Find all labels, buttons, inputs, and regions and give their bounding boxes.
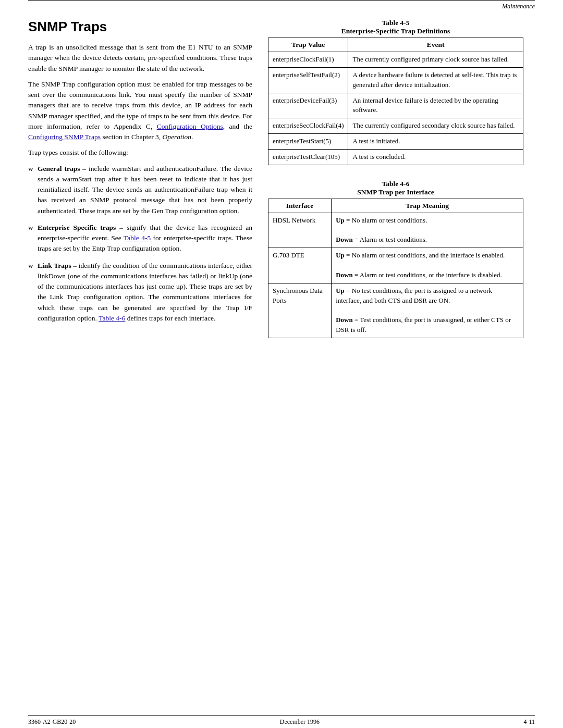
table46: Interface Trap Meaning HDSL Network Up =… [268,199,523,338]
trap-type-general: General traps – include warmStart and au… [28,164,252,216]
down-text-1: = Alarm or test conditions. [353,236,427,243]
trap-event-1: The currently configured primary clock s… [348,52,523,68]
table46-num: Table 4-6 [268,180,523,188]
trap-value-2: enterpriseSelfTestFail(2) [268,67,348,93]
table-row: Synchronous Data Ports Up = No test cond… [268,283,523,338]
up-label-3: Up [336,287,345,294]
footer-bar: 3360-A2-GB20-20 December 1996 4-11 [0,716,563,728]
up-label-2: Up [336,251,345,259]
trap-event-4: The currently configured secondary clock… [348,118,523,134]
table46-caption: Table 4-6 SNMP Trap per Interface [268,180,523,196]
table-row: enterpriseClockFail(1) The currently con… [268,52,523,68]
trap-type-enterprise: Enterprise Specific traps – signify that… [28,223,252,254]
trap-event-3: An internal device failure is detected b… [348,93,523,118]
trap-event-2: A device hardware failure is detected at… [348,67,523,93]
table45: Trap Value Event enterpriseClockFail(1) … [268,38,523,165]
intro-para-3: Trap types consist of the following: [28,147,252,158]
page: Maintenance SNMP Traps A trap is an unso… [0,0,563,728]
header-section: Maintenance [502,3,535,10]
trap-meaning-1: Up = No alarm or test conditions. Down =… [332,213,523,248]
table45-caption: Table 4-5 Enterprise-Specific Trap Defin… [268,19,523,35]
trap-value-4: enterpriseSecClockFail(4) [268,118,348,134]
page-title: SNMP Traps [28,19,252,35]
table46-title: SNMP Trap per Interface [268,188,523,196]
intro-para-1: A trap is an unsolicited message that is… [28,42,252,74]
trap-general-label: General traps [38,165,80,172]
trap-link-label: Link Traps [38,262,71,269]
table46-col2-header: Trap Meaning [332,199,523,213]
configuring-snmp-link[interactable]: Configuring SNMP Traps [28,133,101,141]
up-text-2: = No alarm or test conditions, and the i… [345,251,505,259]
down-label-3: Down [336,316,353,324]
trap-value-3: enterpriseDeviceFail(3) [268,93,348,118]
trap-meaning-3: Up = No test conditions, the port is ass… [332,283,523,338]
table-row: enterpriseDeviceFail(3) An internal devi… [268,93,523,118]
interface-3: Synchronous Data Ports [268,283,332,338]
table45-link[interactable]: Table 4-5 [124,234,151,242]
table45-wrapper: Table 4-5 Enterprise-Specific Trap Defin… [268,19,523,165]
config-options-link[interactable]: Configuration Options [157,122,223,130]
trap-value-1: enterpriseClockFail(1) [268,52,348,68]
right-column: Table 4-5 Enterprise-Specific Trap Defin… [268,19,523,353]
interface-1: HDSL Network [268,213,332,248]
trap-type-link: Link Traps – identify the condition of t… [28,261,252,324]
trap-value-5: enterpriseTestStart(5) [268,134,348,150]
trap-event-6: A test is concluded. [348,149,523,165]
table-row: enterpriseSecClockFail(4) The currently … [268,118,523,134]
trap-meaning-2: Up = No alarm or test conditions, and th… [332,248,523,283]
trap-event-5: A test is initiated. [348,134,523,150]
trap-type-list: General traps – include warmStart and au… [28,164,252,324]
table45-col1-header: Trap Value [268,38,348,52]
down-text-2: = Alarm or test conditions, or the inter… [353,271,502,279]
up-label-1: Up [336,216,345,224]
footer-center: December 1996 [280,718,320,726]
header-bar: Maintenance [0,1,563,14]
up-text-3: = No test conditions, the port is assign… [336,287,492,304]
table45-col2-header: Event [348,38,523,52]
intro-para-2: The SNMP Trap configuration option must … [28,79,252,143]
table-row: G.703 DTE Up = No alarm or test conditio… [268,248,523,283]
footer-left: 3360-A2-GB20-20 [28,718,76,726]
trap-value-6: enterpriseTestClear(105) [268,149,348,165]
table-row: enterpriseTestStart(5) A test is initiat… [268,134,523,150]
down-label-1: Down [336,236,353,243]
up-text-1: = No alarm or test conditions. [345,216,427,224]
down-text-3: = Test conditions, the port is unassigne… [336,316,511,334]
content-area: SNMP Traps A trap is an unsolicited mess… [0,14,563,353]
table-row: HDSL Network Up = No alarm or test condi… [268,213,523,248]
table46-wrapper: Table 4-6 SNMP Trap per Interface Interf… [268,180,523,338]
interface-2: G.703 DTE [268,248,332,283]
table46-link[interactable]: Table 4-6 [99,314,125,322]
table46-col1-header: Interface [268,199,332,213]
down-label-2: Down [336,271,353,279]
table45-num: Table 4-5 [268,19,523,27]
table45-title: Enterprise-Specific Trap Definitions [268,27,523,35]
table-row: enterpriseTestClear(105) A test is concl… [268,149,523,165]
trap-enterprise-label: Enterprise Specific traps [38,224,116,231]
footer-right: 4-11 [523,718,535,726]
left-column: SNMP Traps A trap is an unsolicited mess… [28,19,252,353]
table-row: enterpriseSelfTestFail(2) A device hardw… [268,67,523,93]
